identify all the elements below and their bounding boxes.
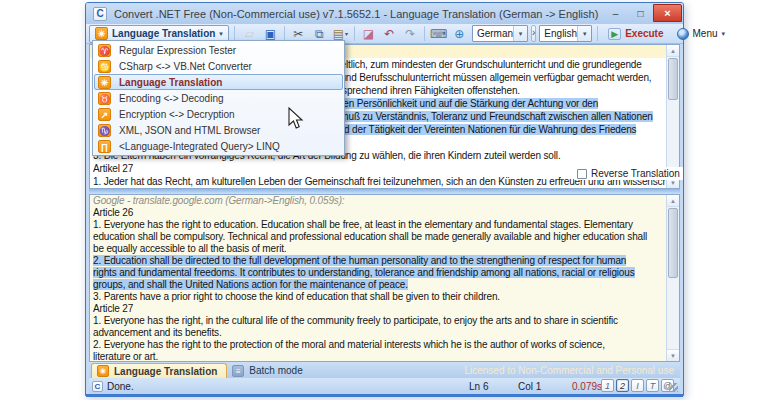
result-text-lines: Google - translate.google.com (German->E… [90, 195, 679, 362]
text-line: 1. Everyone has the right, in the cultur… [90, 315, 679, 327]
chevron-down-icon: ▾ [219, 30, 223, 38]
text-line: 1. Everyone has the right to education. … [90, 219, 679, 231]
column-indicator: Col 1 [518, 378, 541, 394]
execute-button[interactable]: ▶ Execute [603, 25, 668, 43]
chevron-down-icon: ▾ [722, 30, 726, 38]
toolbar-icon-button[interactable]: ◪ [359, 25, 378, 43]
status-toggle-button[interactable]: 1 [601, 379, 614, 392]
target-language-select[interactable]: English ▾ [539, 25, 592, 42]
execute-play-icon: ▶ [608, 28, 621, 40]
tab[interactable]: ✳ Language Translation [91, 363, 227, 378]
minimize-button[interactable]: – [603, 4, 628, 22]
menu-item-icon: ♈ [98, 44, 111, 57]
menu-item-icon: ✳ [98, 76, 111, 89]
desktop: C Convert .NET Free (Non-Commercial use)… [0, 0, 770, 400]
text-line: literature or art. [90, 351, 679, 362]
tab-bar: ✳ Language Translation ≡ Batch mode Lice… [89, 362, 680, 378]
line-indicator: Ln 6 [469, 378, 488, 394]
toolbar-icon-button[interactable]: ↷ [401, 25, 420, 43]
toolbar-separator [597, 26, 598, 41]
toolbar-icon-button[interactable]: ⊕ [450, 25, 469, 43]
resize-grip-icon[interactable] [669, 383, 678, 392]
text-line: Article 27 [90, 303, 679, 315]
mouse-cursor-icon [288, 107, 304, 131]
text-line: Google - translate.google.com (German->E… [90, 195, 679, 207]
text-line: groups, and shall the United Nations act… [90, 279, 679, 291]
menu-item[interactable]: ♈ Regular Expression Tester [94, 42, 343, 58]
menu-item[interactable]: ↗ Encryption <-> Decryption [94, 106, 343, 122]
scroll-up-icon[interactable]: ▲ [667, 45, 679, 57]
app-icon: C [93, 7, 107, 21]
text-line: education shall be compulsory. Technical… [90, 231, 679, 243]
maximize-button[interactable]: □ [628, 4, 653, 22]
scrollbar-thumb[interactable] [668, 58, 678, 100]
swap-languages-button[interactable]: › [531, 25, 536, 42]
menu-item-icon: ∏ [98, 140, 111, 153]
menu-item[interactable]: ♋ CSharp <-> VB.Net Converter [94, 58, 343, 74]
scroll-up-icon[interactable]: ▲ [667, 195, 679, 207]
title-bar[interactable]: C Convert .NET Free (Non-Commercial use)… [86, 3, 683, 24]
text-line: rights and fundamental freedoms. It cont… [90, 267, 679, 279]
text-line: 3. Parents have a prior right to choose … [90, 291, 679, 303]
chevron-down-icon: ▾ [513, 26, 527, 41]
scroll-down-icon[interactable]: ▼ [667, 349, 679, 361]
app-mini-icon: C [92, 381, 103, 392]
tab[interactable]: ≡ Batch mode [227, 363, 311, 378]
text-line: advancement and its benefits. [90, 327, 679, 339]
status-toggle-buttons: 1 2 I T @ [601, 379, 674, 392]
window-bottom-border [86, 394, 683, 397]
source-language-select[interactable]: German ▾ [472, 25, 528, 42]
tab-icon: ≡ [232, 365, 244, 377]
chevron-down-icon: ▾ [577, 26, 591, 41]
menu-item-icon: ↗ [98, 108, 111, 121]
menu-item[interactable]: ✳ Language Translation [94, 74, 343, 90]
status-toggle-button[interactable]: I [631, 379, 644, 392]
text-line: 2. Everyone has the right to the protect… [90, 339, 679, 351]
text-line: 2. Education shall be directed to the fu… [90, 255, 679, 267]
menu-item-icon: ♉ [98, 92, 111, 105]
text-line: be equally accessible to all the basis o… [90, 243, 679, 255]
close-button[interactable]: × [653, 4, 682, 22]
toolbar-icon-button[interactable] [284, 26, 285, 41]
result-text-pane[interactable]: Google - translate.google.com (German->E… [89, 194, 680, 362]
menu-item-icon: ♑ [98, 124, 111, 137]
menu-item-icon: ♋ [98, 60, 111, 73]
menu-dropdown-button[interactable]: Menu ▾ [672, 25, 731, 43]
result-pane-scrollbar[interactable]: ▲ ▼ [666, 195, 679, 361]
menu-item[interactable]: ∏ <Language-Integrated Query> LINQ [94, 138, 343, 154]
status-toggle-button[interactable]: T [646, 379, 659, 392]
status-toggle-button[interactable]: 2 [616, 379, 629, 392]
toolbar-icon-button[interactable] [424, 26, 425, 41]
toolbar-icon-button[interactable]: ⌨ [429, 25, 448, 43]
toolbar-separator [234, 26, 235, 41]
reverse-translation-checkbox[interactable] [577, 169, 587, 179]
license-text: Licensed to Non-Commercial and Personal … [464, 365, 680, 376]
elapsed-time: 0.079s [572, 378, 602, 394]
window-title: Convert .NET Free (Non-Commercial use) v… [114, 8, 598, 20]
language-translation-icon: ✳ [95, 27, 108, 40]
help-globe-icon [677, 28, 689, 40]
tabs: ✳ Language Translation ≡ Batch mode [89, 363, 312, 378]
scrollbar-thumb[interactable] [668, 208, 678, 278]
toolbar-icon-button[interactable]: ↶ [380, 25, 399, 43]
mode-dropdown-menu: ♈ Regular Expression Tester ♋ CSharp <->… [92, 40, 345, 156]
status-message: Done. [107, 381, 134, 392]
menu-item[interactable]: ♑ XML, JSON and HTML Browser [94, 122, 343, 138]
tab-icon: ✳ [97, 365, 109, 377]
toolbar-icon-button[interactable] [354, 26, 355, 41]
menu-items: ♈ Regular Expression Tester ♋ CSharp <->… [94, 42, 343, 154]
menu-item[interactable]: ♉ Encoding <-> Decoding [94, 90, 343, 106]
text-line: Article 26 [90, 207, 679, 219]
status-bar: C Done. Ln 6 Col 1 0.079s 1 2 I T @ [89, 378, 680, 394]
reverse-translation-option: Reverse Translation [574, 167, 683, 180]
